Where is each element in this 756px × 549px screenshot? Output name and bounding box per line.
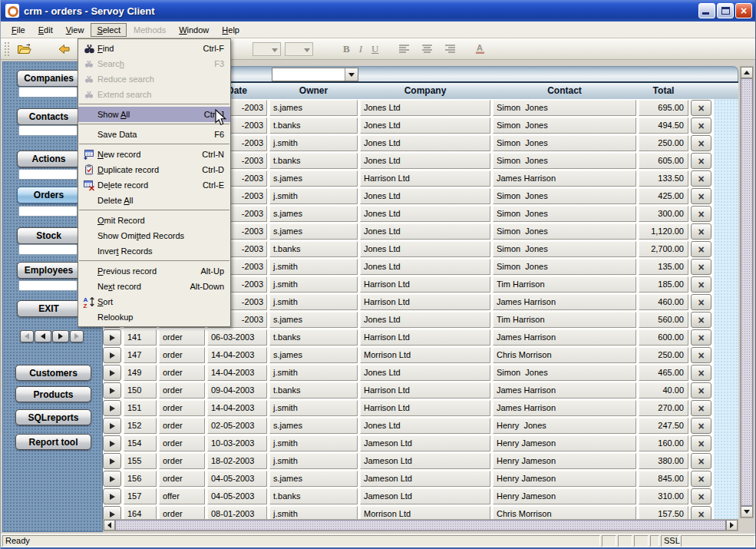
cell-total[interactable]: 695.00 — [639, 100, 688, 116]
sidebar-button-report-tool[interactable]: Report tool — [15, 434, 91, 450]
cell-date[interactable]: 10-03-2003 — [207, 435, 267, 451]
menubar-item-select[interactable]: Select — [91, 23, 127, 37]
cell-owner[interactable]: s.james — [269, 312, 358, 328]
cell-type[interactable]: offer — [159, 488, 205, 504]
cell-total[interactable]: 300.00 — [639, 206, 688, 222]
cell-date[interactable]: 06-03-2003 — [207, 329, 267, 346]
cell-type[interactable]: order — [159, 347, 205, 363]
cell-company[interactable]: Jones Ltd — [360, 365, 490, 381]
row-select-button[interactable] — [103, 506, 121, 519]
cell-id[interactable]: 157 — [124, 488, 157, 504]
sidebar-button-customers[interactable]: Customers — [15, 365, 91, 381]
menubar-item-methods[interactable]: Methods — [127, 23, 172, 37]
menu-item-next-record[interactable]: Next recordAlt-Down — [78, 279, 230, 294]
row-select-button[interactable] — [103, 418, 121, 434]
delete-row-button[interactable]: × — [691, 453, 711, 469]
previous-record-button[interactable] — [35, 330, 51, 342]
horizontal-scrollbar[interactable] — [103, 519, 738, 531]
delete-row-button[interactable]: × — [691, 382, 711, 399]
cell-owner[interactable]: j.smith — [269, 435, 358, 451]
row-select-button[interactable] — [103, 400, 121, 416]
cell-company[interactable]: Harrison Ltd — [360, 329, 490, 346]
cell-company[interactable]: Harrison Ltd — [360, 276, 490, 293]
cell-owner[interactable]: t.banks — [269, 153, 358, 169]
cell-total[interactable]: 845.00 — [639, 471, 688, 487]
cell-date[interactable]: 04-05-2003 — [207, 488, 267, 504]
cell-total[interactable]: 600.00 — [639, 329, 688, 346]
align-left-icon[interactable] — [394, 41, 414, 57]
scroll-down-button[interactable] — [741, 506, 753, 518]
cell-owner[interactable]: t.banks — [269, 382, 358, 399]
cell-company[interactable]: Jameson Ltd — [360, 453, 490, 469]
cell-company[interactable]: Jones Ltd — [360, 135, 490, 151]
delete-row-button[interactable]: × — [691, 347, 711, 363]
cell-company[interactable]: Jones Ltd — [360, 206, 490, 222]
cell-company[interactable]: Jones Ltd — [360, 188, 490, 204]
menu-item-save-data[interactable]: Save DataF6 — [78, 127, 230, 142]
sidebar-button-products[interactable]: Products — [15, 386, 91, 402]
sidebar-button-orders[interactable]: Orders — [17, 187, 81, 203]
menubar-item-window[interactable]: Window — [173, 23, 215, 37]
menubar-item-edit[interactable]: Edit — [32, 23, 59, 37]
delete-row-button[interactable]: × — [691, 471, 711, 487]
sidebar-field-orders[interactable] — [18, 206, 78, 217]
cell-id[interactable]: 152 — [124, 418, 157, 434]
sidebar-button-actions[interactable]: Actions — [17, 150, 81, 167]
cell-company[interactable]: Jones Ltd — [360, 241, 490, 257]
menu-item-show-omitted-records[interactable]: Show Omitted Records — [78, 228, 230, 243]
cell-id[interactable]: 164 — [124, 506, 157, 519]
cell-owner[interactable]: j.smith — [269, 453, 358, 469]
cell-contact[interactable]: Simon Jones — [493, 365, 636, 381]
horizontal-scroll-thumb[interactable] — [115, 520, 726, 531]
scroll-up-button[interactable] — [741, 67, 753, 78]
cell-company[interactable]: Harrison Ltd — [360, 382, 490, 399]
row-select-button[interactable] — [103, 453, 121, 469]
sidebar-button-employees[interactable]: Employees — [17, 262, 81, 279]
menu-item-sort[interactable]: AZSort — [78, 294, 230, 309]
menu-item-omit-record[interactable]: Omit Record — [78, 213, 230, 228]
delete-row-button[interactable]: × — [691, 400, 711, 416]
cell-contact[interactable]: James Harrison — [493, 170, 636, 187]
sidebar-button-companies[interactable]: Companies — [17, 70, 81, 87]
row-select-button[interactable] — [103, 329, 121, 346]
cell-company[interactable]: Jones Ltd — [360, 312, 490, 328]
cell-id[interactable]: 147 — [124, 347, 157, 363]
menu-item-new-record[interactable]: New recordCtrl-N — [78, 147, 230, 162]
row-select-button[interactable] — [103, 488, 121, 504]
toolbar-grip[interactable] — [4, 41, 10, 57]
cell-type[interactable]: order — [159, 453, 205, 469]
cell-owner[interactable]: s.james — [269, 471, 358, 487]
menubar-item-file[interactable]: File — [5, 23, 31, 37]
cell-contact[interactable]: Simon Jones — [493, 153, 636, 169]
font-color-icon[interactable]: A — [470, 41, 490, 57]
cell-company[interactable]: Jameson Ltd — [360, 435, 490, 451]
open-folder-icon[interactable] — [15, 41, 35, 57]
cell-owner[interactable]: s.james — [269, 418, 358, 434]
cell-contact[interactable]: Henry Jameson — [493, 453, 636, 469]
cell-owner[interactable]: s.james — [269, 170, 358, 187]
cell-total[interactable]: 40.00 — [639, 382, 688, 399]
delete-row-button[interactable]: × — [691, 170, 711, 187]
cell-company[interactable]: Jones Ltd — [360, 223, 490, 240]
cell-owner[interactable]: j.smith — [269, 365, 358, 381]
cell-total[interactable]: 1,120.00 — [639, 223, 688, 240]
italic-button[interactable]: I — [359, 43, 362, 55]
maximize-button[interactable] — [717, 3, 734, 18]
cell-contact[interactable]: Chris Morrison — [493, 506, 636, 519]
cell-total[interactable]: 135.00 — [639, 259, 688, 275]
cell-type[interactable]: order — [159, 400, 205, 416]
cell-date[interactable]: 04-05-2003 — [207, 471, 267, 487]
cell-id[interactable]: 150 — [124, 382, 157, 399]
cell-company[interactable]: Jones Ltd — [360, 100, 490, 116]
menu-item-relookup[interactable]: Relookup — [78, 309, 230, 325]
menubar-item-help[interactable]: Help — [216, 23, 246, 37]
cell-id[interactable]: 151 — [124, 400, 157, 416]
cell-contact[interactable]: Tim Harrison — [493, 312, 636, 328]
cell-id[interactable]: 149 — [124, 365, 157, 381]
delete-row-button[interactable]: × — [691, 153, 711, 169]
align-right-icon[interactable] — [440, 41, 460, 57]
delete-row-button[interactable]: × — [691, 206, 711, 222]
cell-company[interactable]: Morrison Ltd — [360, 347, 490, 363]
cell-owner[interactable]: t.banks — [269, 241, 358, 257]
sidebar-field-employees[interactable] — [18, 280, 78, 291]
